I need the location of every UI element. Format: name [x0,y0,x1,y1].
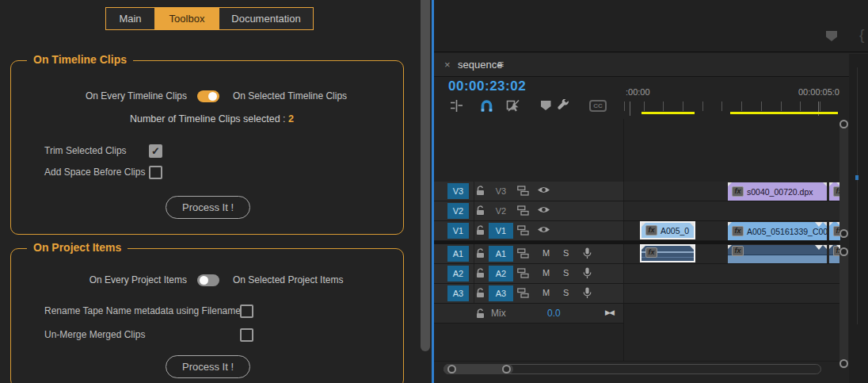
sync-lock-icon[interactable] [517,288,529,298]
track-target-a1[interactable]: A1 [489,246,513,262]
column-seam [474,264,474,283]
tab-documentation[interactable]: Documentation [219,8,313,29]
section-title: On Timeline Clips [27,53,133,66]
add-space-before-clips-checkbox[interactable]: ✓ [149,166,162,179]
fx-badge: fx [732,246,744,256]
voiceover-mic-icon[interactable] [583,247,592,259]
track-lane-a3[interactable] [623,284,839,303]
ruler-start-label: :00:00 [626,87,650,97]
timeline-scope-toggle[interactable] [197,90,219,102]
time-ruler[interactable]: :00:00 00:00:05:0 [624,84,839,116]
linked-selection-icon[interactable] [504,98,522,113]
app-root: Main Toolbox Documentation On Timeline C… [0,0,868,383]
lock-icon[interactable] [476,186,485,196]
toggle-right-label: On Selected Timeline Clips [233,90,347,101]
clip-v1-selected[interactable]: fx A005_0 [640,221,695,239]
source-patch-a1[interactable]: A1 [447,246,469,262]
sync-lock-icon[interactable] [517,205,529,216]
mute-button[interactable]: M [542,268,554,278]
process-timeline-button[interactable]: Process It ! [166,196,250,219]
track-output-eye-icon[interactable] [537,205,550,214]
timeline-settings-icon[interactable] [554,98,572,113]
clip-a1-partial[interactable]: fx [829,245,840,263]
toggle-left-label: On Every Timeline Clips [11,90,187,101]
clip-v1-partial[interactable]: fx [829,222,840,240]
track-target-a3[interactable]: A3 [489,285,513,301]
track-target-v2[interactable]: V2 [489,203,513,219]
sync-lock-icon[interactable] [517,225,529,236]
audio-scrollbar-handle-bottom[interactable] [839,359,848,368]
source-patch-v3[interactable]: V3 [447,183,469,199]
lock-icon[interactable] [476,205,485,216]
audio-tracks-scrollbar[interactable] [839,247,848,369]
keyframe-nav-icon[interactable]: ▶◀ [605,308,613,316]
clip-v3-partial[interactable]: fx s [829,182,840,201]
voiceover-mic-icon[interactable] [583,267,592,279]
video-scrollbar-handle-top[interactable] [839,120,848,128]
solo-button[interactable]: S [563,248,574,258]
source-patch-a3[interactable]: A3 [447,285,469,301]
extension-panel: Main Toolbox Documentation On Timeline C… [0,0,432,383]
mute-button[interactable]: M [542,248,554,258]
voiceover-mic-icon[interactable] [583,287,592,299]
trim-selected-clips-checkbox[interactable]: ✓ [149,144,162,158]
video-scrollbar-handle-bottom[interactable] [839,229,848,238]
track-target-a2[interactable]: A2 [489,266,513,282]
lock-icon[interactable] [476,308,485,319]
zoom-handle-right[interactable] [502,365,511,373]
sync-lock-icon[interactable] [517,268,529,278]
track-output-eye-icon[interactable] [537,225,550,234]
tab-main[interactable]: Main [106,8,155,29]
unmerge-clips-checkbox[interactable]: ✓ [240,328,253,342]
clip-v1-a005[interactable]: fx A005_05161339_C00 [728,222,827,240]
lock-icon[interactable] [476,225,485,236]
track-target-v1[interactable]: V1 [489,223,513,239]
project-scope-toggle[interactable] [197,274,219,286]
lock-icon[interactable] [476,268,485,278]
zoom-handle-left[interactable] [447,365,456,373]
clip-a1-a005[interactable]: fx [728,245,827,263]
sync-lock-icon[interactable] [517,248,529,259]
left-panel-scrollbar[interactable] [421,0,430,351]
snap-magnet-icon[interactable] [478,98,495,113]
track-lane-a2[interactable] [623,264,839,283]
sequence-tab-label[interactable]: sequence [458,59,502,71]
audio-scrollbar-handle-top[interactable] [839,247,848,256]
track-target-v3[interactable]: V3 [489,183,513,199]
track-row-v2: V2 V2 [434,201,839,221]
nest-sequence-icon[interactable] [447,98,465,113]
on-timeline-clips-section: On Timeline Clips On Every Timeline Clip… [10,60,404,235]
mute-button[interactable]: M [542,288,554,297]
solo-button[interactable]: S [563,268,574,278]
close-icon[interactable]: × [444,59,451,71]
media-end-marker [815,222,823,227]
fx-badge: fx [645,225,657,236]
playhead-timecode[interactable]: 00:00:23:02 [448,79,526,94]
lock-icon[interactable] [476,248,485,259]
column-seam [474,182,474,201]
adjacent-panel-sliver [849,54,868,383]
panel-menu-icon[interactable]: ≡ [497,58,504,71]
video-tracks-scrollbar[interactable] [839,121,848,238]
add-marker-icon[interactable] [537,98,554,113]
lock-icon[interactable] [476,288,485,298]
selection-range-bar [730,112,838,114]
section-title: On Project Items [27,241,128,254]
panel-edge-line [857,67,858,324]
tab-toolbox[interactable]: Toolbox [155,8,219,29]
track-lane-v2[interactable] [623,201,839,220]
process-project-button[interactable]: Process It ! [166,355,250,378]
source-patch-v2[interactable]: V2 [447,203,469,219]
source-patch-a2[interactable]: A2 [447,266,469,282]
fx-badge: fx [732,186,744,197]
rename-tape-name-checkbox[interactable]: ✓ [240,304,253,318]
mix-level-value[interactable]: 0.0 [547,308,561,319]
solo-button[interactable]: S [563,288,574,297]
source-patch-v1[interactable]: V1 [447,223,469,239]
track-output-eye-icon[interactable] [537,186,550,194]
clip-a1-selected[interactable]: fx [640,244,695,262]
clip-v3-s0040[interactable]: fx s0040_00720.dpx [728,182,827,201]
column-seam [474,284,474,303]
captions-icon[interactable]: CC [589,98,607,113]
sync-lock-icon[interactable] [517,186,529,196]
